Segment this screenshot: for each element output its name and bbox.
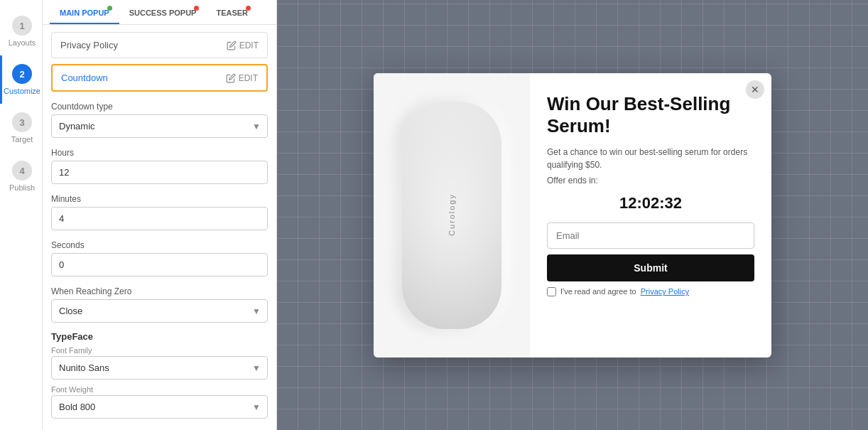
nav-label-customize: Customize xyxy=(4,87,40,95)
tabs-row: MAIN POPUP SUCCESS POPUP TEASER xyxy=(43,0,276,25)
tab-main-popup-dot xyxy=(107,6,112,11)
popup-offer-ends: Offer ends in: xyxy=(547,176,754,186)
hours-field: Hours xyxy=(51,144,268,184)
sidebar-item-layouts[interactable]: 1 Layouts xyxy=(0,7,42,55)
font-family-field: Font Family Nunito Sans Arial Helvetica … xyxy=(51,346,268,380)
minutes-label: Minutes xyxy=(51,194,268,204)
sidebar-item-target[interactable]: 3 Target xyxy=(0,104,42,152)
tab-main-popup[interactable]: MAIN POPUP xyxy=(50,0,119,24)
nav-number-4: 4 xyxy=(12,161,32,181)
privacy-text: I've read and agree to xyxy=(560,287,636,296)
seconds-input[interactable] xyxy=(51,253,268,276)
product-image: Curology xyxy=(402,102,501,329)
seconds-label: Seconds xyxy=(51,240,268,250)
font-family-select-wrapper: Nunito Sans Arial Helvetica ▼ xyxy=(51,356,268,380)
countdown-type-field: Countdown type Dynamic Fixed Evergreen ▼ xyxy=(51,97,268,138)
countdown-row[interactable]: Countdown EDIT xyxy=(51,64,268,92)
privacy-policy-link[interactable]: Privacy Policy xyxy=(641,287,689,296)
popup-container: ✕ Curology Win Our Best-Selling Serum! G… xyxy=(374,73,771,358)
popup-submit-button[interactable]: Submit xyxy=(547,254,754,281)
close-icon: ✕ xyxy=(751,84,759,95)
privacy-policy-edit-label: EDIT xyxy=(239,41,259,50)
typeface-title: TypeFace xyxy=(51,331,268,342)
font-family-label: Font Family xyxy=(51,346,268,355)
popup-description: Get a chance to win our best-selling ser… xyxy=(547,146,754,171)
countdown-type-select[interactable]: Dynamic Fixed Evergreen xyxy=(51,114,268,138)
nav-number-2: 2 xyxy=(12,64,32,84)
sidebar-item-publish[interactable]: 4 Publish xyxy=(0,152,42,200)
seconds-field: Seconds xyxy=(51,236,268,276)
hours-input[interactable] xyxy=(51,161,268,184)
popup-title: Win Our Best-Selling Serum! xyxy=(547,93,754,137)
typeface-section: TypeFace Font Family Nunito Sans Arial H… xyxy=(51,331,268,419)
sidebar-item-customize[interactable]: 2 Customize xyxy=(0,55,42,104)
panel-content: Privacy Policy EDIT Countdown EDIT Count… xyxy=(43,25,276,426)
nav-number-1: 1 xyxy=(12,16,32,36)
canvas-area: ✕ Curology Win Our Best-Selling Serum! G… xyxy=(277,0,868,430)
countdown-type-label: Countdown type xyxy=(51,102,268,112)
popup-countdown: 12:02:32 xyxy=(547,194,754,213)
tab-teaser[interactable]: TEASER xyxy=(206,0,258,24)
submit-label: Submit xyxy=(634,262,667,274)
countdown-edit-btn[interactable]: EDIT xyxy=(226,73,258,83)
countdown-label: Countdown xyxy=(61,72,108,83)
font-weight-label: Font Weight xyxy=(51,385,268,394)
nav-label-target: Target xyxy=(11,135,33,144)
popup-privacy-row: I've read and agree to Privacy Policy xyxy=(547,287,754,296)
font-family-select[interactable]: Nunito Sans Arial Helvetica xyxy=(51,356,268,380)
privacy-policy-label: Privacy Policy xyxy=(60,40,118,50)
minutes-input[interactable] xyxy=(51,207,268,230)
nav-label-layouts: Layouts xyxy=(9,38,36,47)
when-reaching-zero-select[interactable]: Close Restart Hide xyxy=(51,299,268,323)
popup-left-panel: Curology xyxy=(374,73,530,358)
when-reaching-zero-field: When Reaching Zero Close Restart Hide ▼ xyxy=(51,282,268,323)
product-label: Curology xyxy=(447,193,456,236)
popup-email-input[interactable] xyxy=(547,222,754,249)
tab-success-popup-dot xyxy=(194,6,199,11)
countdown-type-select-wrapper: Dynamic Fixed Evergreen ▼ xyxy=(51,114,268,138)
hours-label: Hours xyxy=(51,148,268,158)
nav-label-publish: Publish xyxy=(9,183,35,192)
tab-success-popup[interactable]: SUCCESS POPUP xyxy=(119,0,207,24)
privacy-policy-edit-btn[interactable]: EDIT xyxy=(227,41,259,50)
privacy-checkbox[interactable] xyxy=(547,287,556,296)
sidebar-nav: 1 Layouts 2 Customize 3 Target 4 Publish xyxy=(0,0,43,430)
tab-success-popup-label: SUCCESS POPUP xyxy=(129,9,197,17)
edit-countdown-icon xyxy=(226,73,236,83)
font-weight-select-wrapper: Bold 800 Regular 400 Medium 500 ▼ xyxy=(51,395,268,419)
nav-number-3: 3 xyxy=(12,112,32,132)
font-weight-field: Font Weight Bold 800 Regular 400 Medium … xyxy=(51,385,268,419)
tab-teaser-dot xyxy=(246,6,251,11)
when-reaching-zero-select-wrapper: Close Restart Hide ▼ xyxy=(51,299,268,323)
tab-main-popup-label: MAIN POPUP xyxy=(60,9,109,17)
minutes-field: Minutes xyxy=(51,190,268,230)
popup-right-panel: Win Our Best-Selling Serum! Get a chance… xyxy=(530,73,771,358)
popup-close-button[interactable]: ✕ xyxy=(746,80,764,99)
when-reaching-zero-label: When Reaching Zero xyxy=(51,286,268,296)
settings-panel: MAIN POPUP SUCCESS POPUP TEASER Privacy … xyxy=(43,0,277,430)
privacy-policy-row[interactable]: Privacy Policy EDIT xyxy=(51,32,268,58)
edit-icon xyxy=(227,41,237,50)
tab-teaser-label: TEASER xyxy=(216,9,248,17)
font-weight-select[interactable]: Bold 800 Regular 400 Medium 500 xyxy=(51,395,268,419)
countdown-edit-label: EDIT xyxy=(239,73,258,83)
